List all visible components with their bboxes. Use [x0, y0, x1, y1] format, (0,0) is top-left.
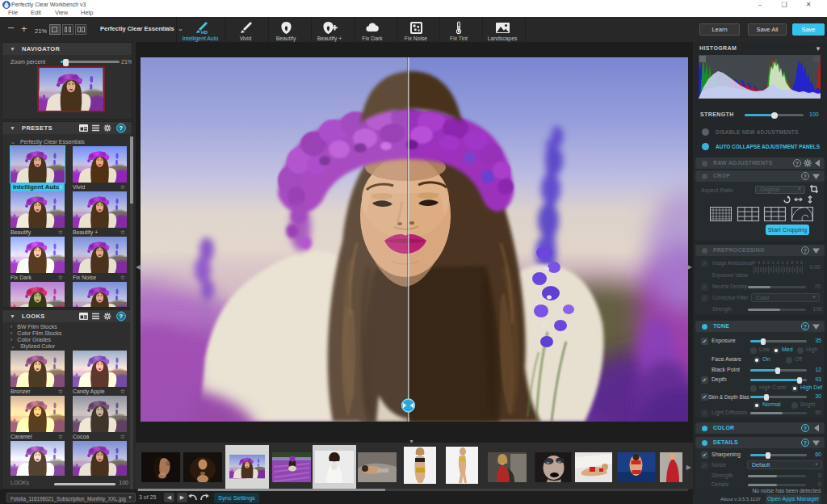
svg-text:HD: HD	[201, 30, 208, 35]
svg-text:?: ?	[804, 174, 808, 179]
svg-text:?: ?	[804, 248, 808, 254]
svg-text:?: ?	[804, 426, 808, 431]
svg-text:?: ?	[119, 124, 123, 132]
svg-text:?: ?	[804, 440, 808, 446]
svg-text:?: ?	[119, 313, 123, 320]
svg-text:?: ?	[796, 161, 800, 166]
svg-text:5 4 3 2 1 0 1 2 3 4 5: 5 4 3 2 1 0 1 2 3 4 5	[753, 260, 803, 265]
svg-text:?: ?	[804, 324, 808, 330]
